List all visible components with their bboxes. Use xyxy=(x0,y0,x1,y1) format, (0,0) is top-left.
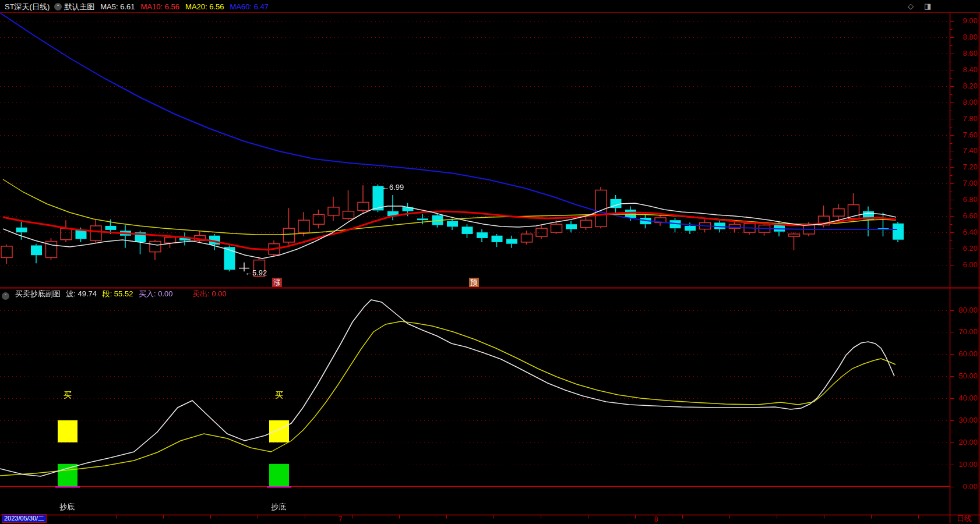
bottom-fishing-label: 抄底 xyxy=(271,502,286,512)
main-axis-price-label: 8.20 xyxy=(952,82,978,90)
ma5-value: MA5: 6.61 xyxy=(100,2,135,11)
month-axis-label: 7 xyxy=(339,515,343,523)
main-axis-price-label: 7.40 xyxy=(952,147,978,155)
chevron-down-icon[interactable]: ˇ xyxy=(2,292,9,300)
main-axis-price-label: 8.80 xyxy=(952,33,978,41)
sub-axis-value-label: 20.00 xyxy=(952,438,978,447)
ma20-value: MA20: 6.56 xyxy=(185,2,224,11)
sub-axis-value-label: 60.00 xyxy=(952,350,978,358)
candlestick-chart-canvas[interactable] xyxy=(0,0,980,524)
main-axis-price-label: 6.40 xyxy=(952,228,978,236)
sub-axis-value-label: 80.00 xyxy=(952,306,978,314)
buy-value: 买入: 0.00 xyxy=(139,289,173,298)
main-axis-price-label: 6.20 xyxy=(952,245,978,253)
main-axis-price-label: 8.60 xyxy=(952,49,978,58)
main-axis-price-label: 6.60 xyxy=(952,212,978,220)
main-axis-price-label: 7.80 xyxy=(952,115,978,123)
indicator-name[interactable]: 买卖抄底副图 xyxy=(15,289,61,298)
symbol-title: ST深天(日线) xyxy=(5,2,50,11)
split-layout-icon[interactable]: ◨ xyxy=(924,2,931,10)
month-axis-label: 8 xyxy=(654,515,658,523)
sub-axis-value-label: 50.00 xyxy=(952,372,978,380)
ma60-value: MA60: 6.47 xyxy=(230,2,269,11)
date-label[interactable]: 2023/05/30/二 xyxy=(2,514,47,523)
sub-axis-value-label: 30.00 xyxy=(952,416,978,424)
low-price-annotation: ←5.92 xyxy=(245,268,267,277)
title-bar: ST深天(日线)ˇ默认主图MA5: 6.61MA10: 6.56MA20: 6.… xyxy=(0,0,980,13)
sub-chart-header: ˇ 买卖抄底副图 波: 49.74 段: 55.52 买入: 0.00 卖出: … xyxy=(2,289,230,300)
sub-axis-value-label: 70.00 xyxy=(952,328,978,336)
sub-axis-value-label: 0.00 xyxy=(952,483,978,491)
period-label[interactable]: 日线 xyxy=(957,514,972,524)
sub-axis-value-label: 10.00 xyxy=(952,461,978,469)
chevron-down-icon[interactable]: ˇ xyxy=(54,3,62,10)
main-axis-price-label: 9.00 xyxy=(952,17,978,25)
main-axis-price-label: 8.40 xyxy=(952,66,978,74)
main-axis-price-label: 7.20 xyxy=(952,163,978,171)
event-badge[interactable]: 预 xyxy=(469,278,479,287)
main-axis-price-label: 6.80 xyxy=(952,196,978,204)
diamond-icon[interactable]: ◇ xyxy=(908,2,914,10)
main-axis-price-label: 8.00 xyxy=(952,98,978,107)
stock-chart-window: { "title_bar": { "symbol": "ST深天(日线)", "… xyxy=(0,0,980,524)
buy-signal-label: 买 xyxy=(64,390,72,401)
bottom-fishing-label: 抄底 xyxy=(59,502,75,512)
buy-signal-label: 买 xyxy=(275,390,283,401)
sell-value: 卖出: 0.00 xyxy=(192,289,227,298)
main-axis-price-label: 6.00 xyxy=(952,261,978,269)
ma10-value: MA10: 6.56 xyxy=(141,2,180,11)
main-axis-price-label: 7.00 xyxy=(952,179,978,187)
sub-axis-value-label: 40.00 xyxy=(952,394,978,402)
high-price-annotation: ←6.99 xyxy=(382,183,404,192)
event-badge[interactable]: 涨 xyxy=(272,278,282,287)
main-axis-price-label: 7.60 xyxy=(952,131,978,139)
segment-value: 段: 55.52 xyxy=(103,289,133,298)
main-overlay-selector[interactable]: 默认主图 xyxy=(64,2,94,11)
wave-value: 波: 49.74 xyxy=(66,289,97,298)
